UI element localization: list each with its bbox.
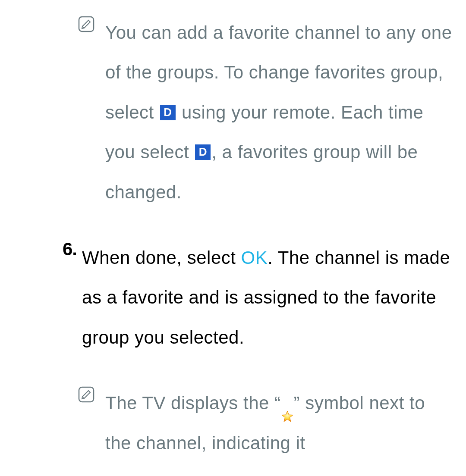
star-icon: [281, 397, 294, 410]
d-button-icon: D: [160, 105, 176, 120]
svg-rect-2: [79, 387, 94, 402]
note-block-2: The TV displays the “” symbol next to th…: [13, 383, 453, 463]
ok-label: OK: [241, 247, 268, 268]
note-text-1: You can add a favorite channel to any on…: [105, 13, 453, 212]
note-text-2: The TV displays the “” symbol next to th…: [105, 383, 453, 463]
svg-rect-0: [79, 17, 94, 31]
step6-part1: When done, select: [82, 247, 241, 268]
note-icon: [78, 16, 95, 33]
d-button-icon: D: [195, 144, 211, 160]
note-icon: [78, 386, 95, 403]
step-6-text: When done, select OK. The channel is mad…: [82, 238, 453, 357]
step-6-block: 6. When done, select OK. The channel is …: [13, 238, 453, 357]
step-number: 6.: [63, 239, 77, 260]
note-block-1: You can add a favorite channel to any on…: [13, 13, 453, 212]
note2-part1: The TV displays the “: [105, 393, 281, 413]
